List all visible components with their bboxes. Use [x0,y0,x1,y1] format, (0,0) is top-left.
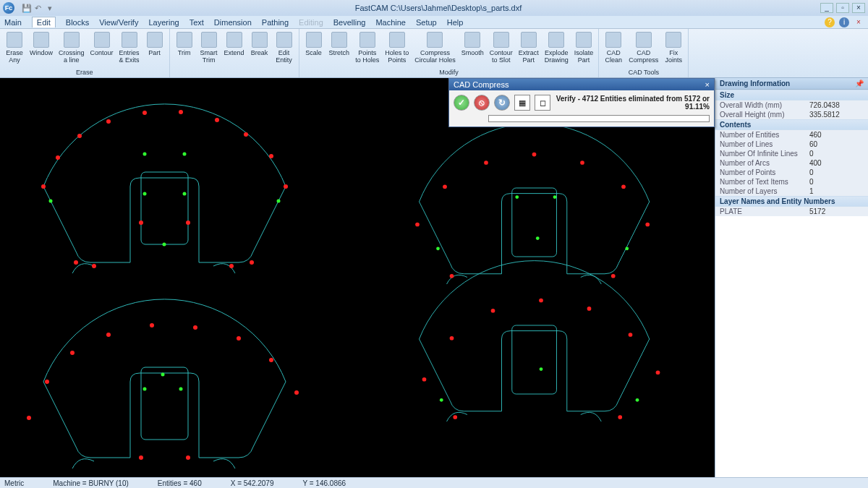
tab-view-verify[interactable]: View/Verify [99,18,138,27]
svg-point-11 [74,260,78,265]
svg-point-1 [41,184,46,189]
maximize-button[interactable]: ▫ [836,3,849,13]
fix-joints-icon [665,32,681,48]
svg-point-18 [183,153,187,156]
drawing-canvas[interactable] [0,78,715,477]
extract-part-button[interactable]: Extract Part [516,30,541,68]
quick-access-toolbar: 💾 ↶ ▾ [22,4,56,12]
isolate-part-button[interactable]: Isolate Part [572,30,596,68]
svg-point-52 [143,388,147,391]
svg-point-66 [440,398,443,402]
dialog-title-bar[interactable]: CAD Compress × [449,79,714,90]
contour-to-slot-button[interactable]: Contour to Slot [488,30,515,68]
svg-point-58 [491,309,495,313]
qat-dropdown-icon[interactable]: ▾ [48,4,56,12]
tab-machine[interactable]: Machine [375,18,406,27]
holes-to-points-icon [389,32,405,48]
holes-to-points-button[interactable]: Holes to Points [383,30,411,68]
tab-layering[interactable]: Layering [148,18,179,27]
status-x: X = 542.2079 [231,479,274,487]
group-label-cad-tools: CAD Tools [602,68,685,76]
stretch-button[interactable]: Stretch [327,30,352,68]
erase-entries-exits-button[interactable]: Entries & Exits [117,30,142,68]
zoom-tool-button[interactable]: ◻ [535,95,550,111]
smooth-button[interactable]: Smooth [459,30,486,68]
ribbon-group-modify: Scale Stretch Points to Holes Holes to P… [299,29,600,77]
select-tool-button[interactable]: ▦ [514,95,530,111]
svg-point-17 [143,153,147,156]
svg-point-3 [77,134,82,138]
erase-any-button[interactable]: Erase Any [3,30,26,68]
smart-trim-button[interactable]: Smart Trim [197,30,221,75]
cad-clean-button[interactable]: CAD Clean [602,30,625,68]
tab-dimension[interactable]: Dimension [214,18,252,27]
info-value: 0 [809,168,864,176]
tab-setup[interactable]: Setup [416,18,437,27]
info-icon[interactable]: i [839,17,849,27]
scale-button[interactable]: Scale [302,30,326,68]
refresh-button[interactable]: ↻ [494,95,510,111]
trim-button[interactable]: Trim [173,30,196,75]
close-button[interactable]: × [852,3,865,13]
svg-point-60 [587,307,592,311]
accept-button[interactable]: ✓ [454,95,469,111]
svg-point-21 [163,243,166,247]
svg-point-23 [277,200,281,203]
tab-text[interactable]: Text [190,18,204,27]
cad-compress-button[interactable]: CAD Compress [626,30,660,68]
tab-main[interactable]: Main [4,18,22,27]
tab-bevelling[interactable]: Bevelling [333,18,366,27]
svg-point-50 [186,455,190,460]
edit-entity-button[interactable]: Edit Entity [273,30,296,75]
compress-holes-button[interactable]: Compress Circular Holes [412,30,458,68]
svg-point-51 [161,373,165,377]
entries-exits-icon [122,32,137,48]
fix-joints-button[interactable]: Fix Joints [662,30,685,68]
ribbon-group-cad-tools: CAD Clean CAD Compress Fix Joints CAD To… [599,29,689,77]
ribbon: Erase Any Window Crossing a line Contour… [0,29,868,78]
points-to-holes-button[interactable]: Points to Holes [353,30,381,68]
crossing-icon [64,32,80,48]
reject-button[interactable]: ⦸ [474,95,490,111]
erase-contour-button[interactable]: Contour [88,30,116,68]
svg-point-62 [656,370,660,374]
svg-point-44 [237,336,241,341]
trim-icon [176,32,192,48]
tab-pathing[interactable]: Pathing [262,18,289,27]
drawing-svg [0,78,715,477]
panel-header: Drawing Information 📌 [715,78,868,90]
svg-point-27 [532,153,537,157]
info-row: Number of Text Items0 [715,177,868,187]
dialog-title: CAD Compress [454,80,509,89]
explode-drawing-button[interactable]: Explode Drawing [542,30,571,68]
minimize-button[interactable]: _ [820,3,833,13]
section-contents: Contents [715,119,868,130]
info-key: Number of Entities [720,131,809,139]
erase-crossing-button[interactable]: Crossing a line [56,30,87,68]
extract-part-icon [521,32,537,48]
tab-blocks[interactable]: Blocks [66,18,89,27]
svg-point-42 [150,323,154,328]
stretch-icon [331,32,347,48]
erase-window-button[interactable]: Window [27,30,55,68]
window-icon [33,32,49,48]
pin-icon[interactable]: 📌 [855,80,864,87]
cad-compress-dialog[interactable]: CAD Compress × ✓ ⦸ ↻ ▦ ◻ Verify - 4712 E… [448,78,715,127]
qat-undo-icon[interactable]: ↶ [35,4,43,12]
svg-point-12 [92,264,96,268]
tab-help[interactable]: Help [447,18,464,27]
svg-point-7 [215,118,219,122]
erase-part-button[interactable]: Part [143,30,166,68]
close-ribbon-icon[interactable]: × [854,17,864,27]
dialog-close-icon[interactable]: × [705,80,710,89]
break-button[interactable]: Break [248,30,271,75]
info-value: 335.5812 [809,111,864,119]
info-value: 60 [809,140,864,148]
extend-button[interactable]: Extend [222,30,247,75]
qat-save-icon[interactable]: 💾 [22,4,30,12]
help-icon[interactable]: ? [825,17,835,27]
tab-edit[interactable]: Edit [32,17,56,27]
svg-point-53 [179,388,183,391]
info-row: Number of Arcs400 [715,158,868,168]
svg-point-14 [250,260,254,265]
